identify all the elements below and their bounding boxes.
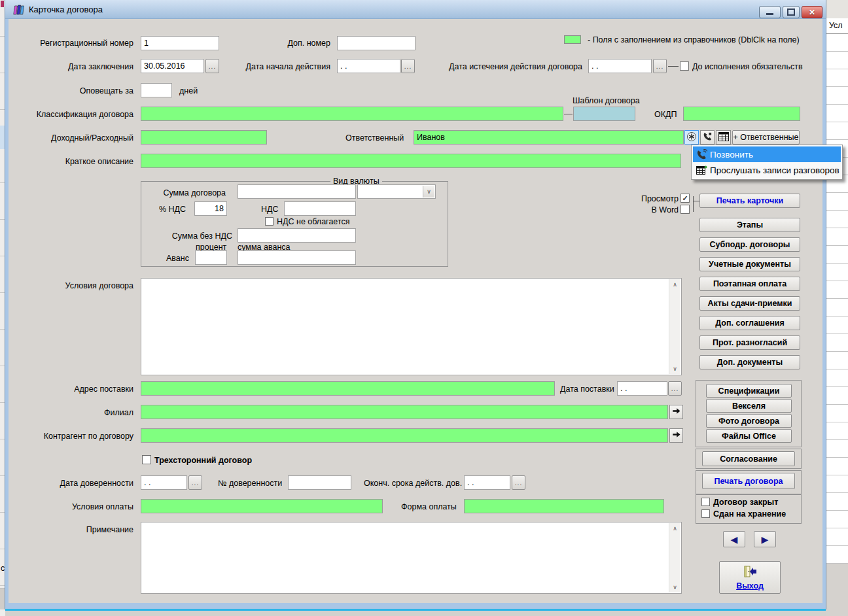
scroll-down-icon[interactable]: ∨ bbox=[669, 582, 680, 592]
in-word-checkbox[interactable] bbox=[680, 205, 690, 214]
menu-item-listen[interactable]: Прослушать записи разговоров bbox=[693, 162, 841, 178]
conclusion-date-label: Дата заключения bbox=[42, 62, 133, 71]
note-textarea[interactable]: ∧ ∨ bbox=[141, 522, 682, 594]
vat-percent-input[interactable]: 18 bbox=[194, 201, 227, 216]
poa-number-input[interactable] bbox=[288, 475, 351, 490]
approval-button[interactable]: Согласование bbox=[702, 451, 795, 466]
maximize-button[interactable] bbox=[783, 6, 800, 18]
okdp-input[interactable] bbox=[683, 107, 800, 121]
poa-end-input[interactable]: . . bbox=[464, 475, 510, 490]
addendums-button[interactable]: Доп. соглашения bbox=[699, 316, 800, 330]
branch-input[interactable] bbox=[141, 405, 668, 419]
poa-date-input[interactable]: . . bbox=[141, 475, 187, 490]
legend-swatch bbox=[564, 35, 581, 44]
advance-label: Аванс bbox=[166, 254, 189, 263]
window-title: Карточка договора bbox=[29, 5, 103, 14]
responsible-input[interactable]: Иванов bbox=[414, 130, 684, 145]
combobox-dropdown-button[interactable]: ∨ bbox=[423, 186, 434, 197]
scroll-up-icon[interactable]: ∧ bbox=[669, 279, 680, 290]
minimize-button[interactable] bbox=[759, 6, 781, 18]
bills-button[interactable]: Векселя bbox=[706, 399, 792, 413]
conclusion-date-input[interactable]: 30.05.2016 bbox=[141, 59, 204, 73]
poa-end-browse-button[interactable]: ... bbox=[512, 475, 525, 490]
phone-icon bbox=[693, 149, 710, 160]
background-right-bottom bbox=[826, 564, 848, 616]
vat-exempt-label: НДС не облагается bbox=[277, 217, 350, 226]
next-record-button[interactable]: ▶ bbox=[754, 531, 776, 547]
start-date-browse-button[interactable]: ... bbox=[401, 59, 415, 73]
accounting-docs-button[interactable]: Учетные документы bbox=[699, 257, 800, 271]
print-card-button[interactable]: Печать карточки bbox=[699, 194, 800, 208]
sum-without-vat-input[interactable] bbox=[238, 228, 356, 243]
contract-sum-label: Сумма договора bbox=[147, 188, 226, 197]
office-files-button[interactable]: Файлы Office bbox=[706, 429, 792, 443]
note-label: Примечание bbox=[42, 525, 133, 534]
disagreement-protocols-button[interactable]: Прот. разногласий bbox=[699, 335, 800, 350]
tripartite-checkbox[interactable] bbox=[142, 455, 151, 464]
short-description-input[interactable] bbox=[141, 154, 681, 168]
contract-photo-button[interactable]: Фото договора bbox=[706, 414, 792, 428]
contract-terms-textarea[interactable]: ∧ ∨ bbox=[141, 278, 682, 375]
contract-closed-checkbox[interactable] bbox=[701, 498, 710, 506]
extra-number-input[interactable] bbox=[337, 36, 415, 50]
grid-button[interactable] bbox=[716, 130, 731, 145]
contract-closed-label: Договор закрыт bbox=[713, 498, 778, 507]
specifications-button[interactable]: Спецификации bbox=[706, 384, 792, 398]
classification-label: Классификация договора bbox=[22, 110, 133, 119]
scrollbar[interactable]: ∧ ∨ bbox=[669, 279, 680, 374]
subcontracts-button[interactable]: Субподр. договоры bbox=[699, 237, 800, 252]
expiry-date-input[interactable]: . . bbox=[588, 59, 652, 73]
exit-button[interactable]: Выход bbox=[719, 561, 781, 594]
payment-form-input[interactable] bbox=[464, 499, 664, 513]
delivery-address-label: Адрес поставки bbox=[42, 385, 133, 394]
preview-checkbox[interactable]: ✓ bbox=[680, 194, 690, 203]
scroll-up-icon[interactable]: ∧ bbox=[669, 523, 680, 534]
advance-percent-input[interactable] bbox=[195, 250, 227, 265]
call-actions-button[interactable] bbox=[684, 130, 699, 145]
classification-input[interactable] bbox=[141, 107, 563, 121]
close-button[interactable]: ✕ bbox=[802, 6, 822, 18]
vat-input[interactable] bbox=[284, 201, 356, 216]
phone-button[interactable] bbox=[700, 130, 715, 145]
staged-payment-button[interactable]: Поэтапная оплата bbox=[699, 277, 800, 291]
extra-documents-button[interactable]: Доп. документы bbox=[699, 355, 800, 369]
advance-sum-input[interactable] bbox=[238, 250, 356, 265]
maximize-icon bbox=[787, 9, 795, 16]
archived-checkbox[interactable] bbox=[701, 509, 710, 518]
until-fulfillment-checkbox[interactable] bbox=[680, 61, 689, 71]
title-bar[interactable]: Карточка договора bbox=[5, 0, 826, 19]
stages-button[interactable]: Этапы bbox=[699, 218, 800, 232]
income-expense-label: Доходный/Расходный bbox=[22, 133, 133, 143]
next-icon: ▶ bbox=[762, 534, 769, 545]
reg-number-label: Регистрационный номер bbox=[29, 39, 133, 48]
conclusion-date-browse-button[interactable]: ... bbox=[205, 59, 219, 73]
delivery-date-input[interactable]: . . bbox=[617, 381, 667, 396]
contractor-goto-button[interactable] bbox=[669, 428, 683, 443]
currency-combobox[interactable]: ∨ bbox=[357, 184, 436, 199]
notify-days-input[interactable] bbox=[141, 83, 172, 97]
previous-record-button[interactable]: ◀ bbox=[723, 531, 745, 547]
branch-goto-button[interactable] bbox=[669, 405, 683, 419]
table-icon bbox=[718, 132, 729, 143]
template-input[interactable] bbox=[573, 107, 635, 121]
payment-terms-input[interactable] bbox=[141, 499, 383, 513]
start-date-input[interactable]: . . bbox=[337, 59, 400, 73]
expiry-date-browse-button[interactable]: ... bbox=[653, 59, 667, 73]
delivery-date-browse-button[interactable]: ... bbox=[668, 381, 682, 396]
background-left-scroll-thumb bbox=[0, 126, 5, 149]
reg-number-input[interactable]: 1 bbox=[141, 36, 219, 50]
scrollbar[interactable]: ∧ ∨ bbox=[669, 523, 680, 592]
print-contract-button[interactable]: Печать договора bbox=[702, 473, 795, 489]
payment-form-label: Форма оплаты bbox=[401, 502, 457, 511]
delivery-address-input[interactable] bbox=[141, 381, 555, 396]
income-expense-input[interactable] bbox=[141, 130, 267, 145]
menu-item-call[interactable]: Позвонить bbox=[693, 146, 841, 162]
contractor-input[interactable] bbox=[141, 428, 668, 443]
vat-exempt-checkbox[interactable] bbox=[265, 217, 274, 226]
acceptance-acts-button[interactable]: Акты сдачи-приемки bbox=[699, 296, 800, 311]
contractor-label: Контрагент по договору bbox=[22, 432, 133, 441]
contract-sum-input[interactable] bbox=[238, 184, 356, 199]
add-responsibles-button[interactable]: + Ответственные bbox=[732, 130, 800, 145]
poa-date-browse-button[interactable]: ... bbox=[188, 475, 202, 490]
scroll-down-icon[interactable]: ∨ bbox=[669, 364, 680, 374]
